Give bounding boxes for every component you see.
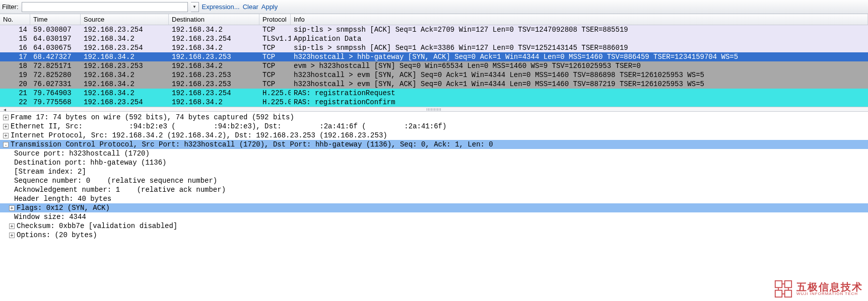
cell-time: 59.030807 [30, 26, 81, 34]
svg-rect-1 [785, 281, 792, 288]
detail-text: Sequence number: 0 (relative sequence nu… [14, 176, 217, 185]
cell-proto: TCP [259, 62, 291, 70]
detail-text: Destination port: hhb-gateway (1136) [14, 158, 166, 167]
cell-src: 192.168.34.2 [81, 53, 169, 61]
packet-details-pane[interactable]: +Frame 17: 74 bytes on wire (592 bits), … [0, 112, 868, 240]
watermark-en: WUJI INFORMATION TECH [796, 292, 863, 296]
column-header-destination[interactable]: Destination [169, 14, 259, 25]
cell-time: 64.030197 [30, 35, 81, 43]
cell-src: 192.168.23.254 [81, 44, 169, 52]
expand-icon[interactable]: + [3, 124, 9, 129]
cell-src: 192.168.34.2 [81, 71, 169, 79]
cell-time: 79.764903 [30, 89, 81, 97]
packet-row[interactable]: 2279.775568192.168.23.254192.168.34.2H.2… [0, 98, 868, 107]
detail-row[interactable]: [Stream index: 2] [0, 167, 868, 176]
detail-row[interactable]: Source port: h323hostcall (1720) [0, 149, 868, 158]
column-header-no[interactable]: No. [0, 14, 30, 25]
cell-time: 68.427327 [30, 53, 81, 61]
cell-no: 20 [0, 80, 30, 88]
collapse-icon[interactable]: - [3, 142, 9, 147]
cell-time: 76.027331 [30, 80, 81, 88]
detail-row[interactable]: -Transmission Control Protocol, Src Port… [0, 140, 868, 149]
cell-proto: H.225.0 [259, 89, 291, 97]
cell-no: 21 [0, 89, 30, 97]
cell-info: h323hostcall > evm [SYN, ACK] Seq=0 Ack=… [291, 71, 868, 79]
cell-src: 192.168.23.254 [81, 26, 169, 34]
packet-row[interactable]: 2179.764903192.168.34.2192.168.23.254H.2… [0, 89, 868, 98]
packet-row[interactable]: 1664.030675192.168.23.254192.168.34.2TCP… [0, 43, 868, 52]
cell-dst: 192.168.23.254 [169, 89, 259, 97]
detail-row[interactable]: Window size: 4344 [0, 212, 868, 221]
cell-dst: 192.168.34.2 [169, 44, 259, 52]
packet-row[interactable]: 1872.825171192.168.23.253192.168.34.2TCP… [0, 61, 868, 70]
cell-dst: 192.168.34.2 [169, 26, 259, 34]
cell-time: 64.030675 [30, 44, 81, 52]
detail-text: Window size: 4344 [14, 212, 86, 221]
scroll-left-icon[interactable]: ◂ [1, 107, 8, 112]
cell-no: 16 [0, 44, 30, 52]
pane-splitter[interactable]: ◂ [0, 107, 868, 112]
detail-text: Frame 17: 74 bytes on wire (592 bits), 7… [11, 113, 294, 122]
detail-row[interactable]: Sequence number: 0 (relative sequence nu… [0, 176, 868, 185]
detail-text: Source port: h323hostcall (1720) [14, 149, 150, 158]
packet-row[interactable]: 1972.825280192.168.34.2192.168.23.253TCP… [0, 70, 868, 80]
expand-icon[interactable]: + [9, 233, 15, 238]
detail-row[interactable]: +Checksum: 0xbb7e [validation disabled] [0, 221, 868, 231]
cell-src: 192.168.34.2 [81, 89, 169, 97]
cell-proto: TCP [259, 80, 291, 88]
packet-row[interactable]: 1459.030807192.168.23.254192.168.34.2TCP… [0, 25, 868, 34]
packet-row[interactable]: 2076.027331192.168.34.2192.168.23.253TCP… [0, 80, 868, 89]
detail-row[interactable]: +Options: (20 bytes) [0, 231, 868, 240]
cell-dst: 192.168.34.2 [169, 98, 259, 106]
cell-dst: 192.168.23.254 [169, 35, 259, 43]
expand-icon[interactable]: + [3, 115, 9, 120]
detail-text: Internet Protocol, Src: 192.168.34.2 (19… [11, 131, 387, 140]
cell-src: 192.168.23.253 [81, 62, 169, 70]
detail-row[interactable]: +Flags: 0x12 (SYN, ACK) [0, 203, 868, 212]
column-header-time[interactable]: Time [30, 14, 81, 25]
cell-info: Application Data [291, 35, 868, 43]
detail-text: [Stream index: 2] [14, 167, 86, 176]
filter-dropdown-icon[interactable]: ▼ [191, 2, 199, 12]
cell-info: h323hostcall > hhb-gateway [SYN, ACK] Se… [291, 53, 868, 61]
packet-row[interactable]: 1768.427327192.168.34.2192.168.23.253TCP… [0, 52, 868, 61]
detail-row[interactable]: Destination port: hhb-gateway (1136) [0, 158, 868, 167]
cell-src: 192.168.34.2 [81, 80, 169, 88]
cell-dst: 192.168.23.253 [169, 80, 259, 88]
expression-button[interactable]: Expression... [202, 3, 240, 11]
detail-row[interactable]: Header length: 40 bytes [0, 194, 868, 203]
cell-info: h323hostcall > evm [SYN, ACK] Seq=0 Ack=… [291, 80, 868, 88]
filter-input[interactable] [22, 2, 188, 12]
detail-row[interactable]: +Ethernet II, Src: :94:b2:e3 ( :94:b2:e3… [0, 122, 868, 131]
detail-text: Acknowledgement number: 1 (relative ack … [14, 185, 226, 194]
column-header-source[interactable]: Source [81, 14, 169, 25]
detail-row[interactable]: +Frame 17: 74 bytes on wire (592 bits), … [0, 113, 868, 122]
splitter-grip-icon[interactable] [427, 108, 442, 111]
detail-row[interactable]: Acknowledgement number: 1 (relative ack … [0, 185, 868, 194]
cell-proto: H.225.0 [259, 98, 291, 106]
column-header-protocol[interactable]: Protocol [259, 14, 291, 25]
detail-text: Checksum: 0xbb7e [validation disabled] [17, 221, 177, 231]
expand-icon[interactable]: + [9, 223, 15, 229]
detail-text: Header length: 40 bytes [14, 194, 111, 203]
packet-list[interactable]: 1459.030807192.168.23.254192.168.34.2TCP… [0, 25, 868, 107]
cell-dst: 192.168.23.253 [169, 53, 259, 61]
cell-info: sip-tls > snmpssh [ACK] Seq=1 Ack=2709 W… [291, 26, 868, 34]
cell-time: 79.775568 [30, 98, 81, 106]
cell-info: RAS: registrationConfirm [291, 98, 868, 106]
column-header-info[interactable]: Info [291, 14, 868, 25]
expand-icon[interactable]: + [9, 205, 15, 211]
cell-time: 72.825171 [30, 62, 81, 70]
clear-button[interactable]: Clear [243, 3, 258, 11]
cell-info: RAS: registrationRequest [291, 89, 868, 97]
detail-text: Ethernet II, Src: :94:b2:e3 ( :94:b2:e3)… [11, 122, 446, 131]
detail-row[interactable]: +Internet Protocol, Src: 192.168.34.2 (1… [0, 131, 868, 140]
watermark-cn: 五极信息技术 [796, 282, 863, 292]
packet-row[interactable]: 1564.030197192.168.34.2192.168.23.254TLS… [0, 34, 868, 43]
cell-src: 192.168.34.2 [81, 35, 169, 43]
cell-proto: TCP [259, 26, 291, 34]
cell-info: sip-tls > snmpssh [ACK] Seq=1 Ack=3386 W… [291, 44, 868, 52]
cell-dst: 192.168.34.2 [169, 62, 259, 70]
expand-icon[interactable]: + [3, 133, 9, 138]
apply-button[interactable]: Apply [261, 3, 278, 11]
